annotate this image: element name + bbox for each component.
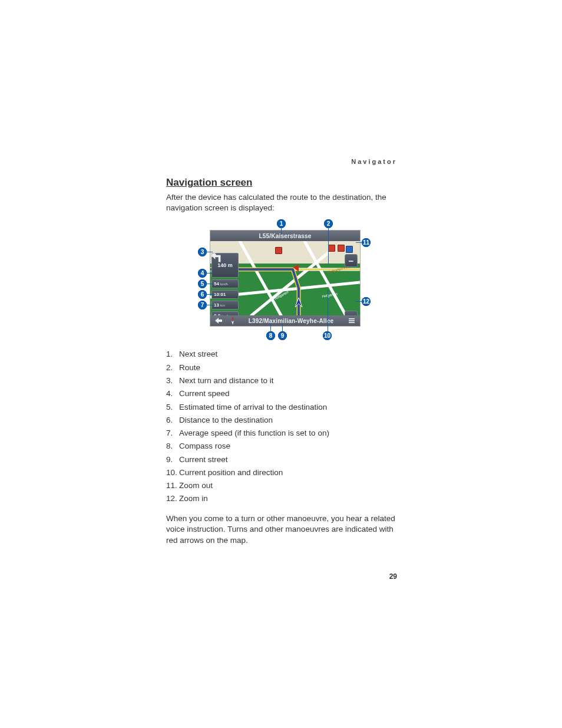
callout-8: 8 xyxy=(266,331,275,340)
leader-12 xyxy=(356,301,362,302)
svg-rect-23 xyxy=(349,322,355,324)
svg-rect-22 xyxy=(349,321,355,322)
callout-1: 1 xyxy=(277,219,286,228)
compass-rose[interactable] xyxy=(227,317,239,325)
list-item: 12.Zoom in xyxy=(166,492,402,505)
list-item: 10.Current position and direction xyxy=(166,466,402,479)
poi-icon xyxy=(328,245,335,252)
list-item: 1.Next street xyxy=(166,348,402,361)
navigation-figure: 1 2 3 4 5 6 7 8 9 10 11 12 xyxy=(201,219,368,341)
speed-value: 54 xyxy=(214,281,219,286)
page-number: 29 xyxy=(389,572,397,581)
list-item: 5.Estimated time of arrival to the desti… xyxy=(166,401,402,414)
map-view[interactable]: Hofgarten Hofgarten Hofgarten-Platz xyxy=(210,241,360,315)
leader-2 xyxy=(328,228,329,265)
distance-value: 13 xyxy=(214,302,219,308)
compass-icon xyxy=(229,317,237,325)
content-column: Navigation screen After the device has c… xyxy=(166,177,402,554)
callout-6: 6 xyxy=(198,290,207,299)
callout-10: 10 xyxy=(323,331,332,340)
poi-icon xyxy=(338,245,345,252)
svg-rect-21 xyxy=(349,318,355,319)
leader-6 xyxy=(207,294,213,295)
eta-row: 10:01 xyxy=(211,290,239,299)
page: Navigator Navigation screen After the de… xyxy=(0,0,562,728)
svg-marker-19 xyxy=(232,317,234,321)
svg-line-2 xyxy=(305,241,346,315)
menu-button[interactable] xyxy=(343,318,360,324)
zoom-out-button[interactable]: − xyxy=(345,254,358,267)
device-screenshot: L55/Kaiserstrasse xyxy=(210,230,361,327)
leader-8 xyxy=(270,323,271,331)
callout-12: 12 xyxy=(362,297,371,306)
callout-2: 2 xyxy=(324,219,333,228)
leader-7 xyxy=(207,305,213,305)
avg-icon xyxy=(211,253,216,258)
list-item: 7.Average speed (if this function is set… xyxy=(166,427,402,440)
back-button[interactable] xyxy=(210,318,227,324)
speed-row: 54 km/h xyxy=(211,279,239,288)
callout-9: 9 xyxy=(278,331,287,340)
parking-icon xyxy=(346,246,353,253)
section-title: Navigation screen xyxy=(166,177,402,189)
svg-line-18 xyxy=(213,254,216,257)
distance-row: 13 km xyxy=(211,301,239,309)
avg-speed-row: 0.0 km/h xyxy=(211,311,239,315)
running-header: Navigator xyxy=(351,158,397,165)
list-item: 3.Next turn and distance to it xyxy=(166,374,402,387)
poi-icon xyxy=(275,247,282,254)
top-bar: L55/Kaiserstrasse xyxy=(210,230,360,241)
leader-11 xyxy=(356,242,362,243)
callout-5: 5 xyxy=(198,279,207,288)
callout-3: 3 xyxy=(198,248,207,256)
list-item: 11.Zoom out xyxy=(166,479,402,492)
leader-3 xyxy=(207,252,213,252)
zoom-in-button[interactable]: + xyxy=(345,311,358,315)
callout-11: 11 xyxy=(362,238,371,247)
distance-unit: km xyxy=(220,304,225,307)
closing-paragraph: When you come to a turn or other manoeuv… xyxy=(166,513,402,546)
list-item: 9.Current street xyxy=(166,453,402,466)
leader-9 xyxy=(282,323,283,331)
status-side-panel: 140 m 54 km/h 10:01 xyxy=(211,253,239,315)
menu-icon xyxy=(348,318,355,324)
back-arrow-icon xyxy=(215,318,222,324)
eta-value: 10:01 xyxy=(214,292,226,297)
next-street-label: L55/Kaiserstrasse xyxy=(227,233,343,239)
figure-legend: 1.Next street 2.Route 3.Next turn and di… xyxy=(166,348,402,505)
list-item: 2.Route xyxy=(166,361,402,374)
speed-unit: km/h xyxy=(220,282,228,286)
leader-10 xyxy=(328,290,328,331)
intro-paragraph: After the device has calculated the rout… xyxy=(166,192,402,213)
leader-4 xyxy=(207,273,213,274)
bottom-bar: L392/Maximilian-Weyhe-Allee xyxy=(210,315,360,326)
callout-4: 4 xyxy=(198,269,207,278)
leader-5 xyxy=(207,284,213,284)
callout-7: 7 xyxy=(198,301,207,309)
leader-1 xyxy=(281,228,282,234)
list-item: 6.Distance to the destination xyxy=(166,414,402,427)
list-item: 4.Current speed xyxy=(166,387,402,400)
turn-distance-value: 140 m xyxy=(217,262,233,268)
svg-marker-20 xyxy=(232,321,234,325)
list-item: 8.Compass rose xyxy=(166,440,402,453)
